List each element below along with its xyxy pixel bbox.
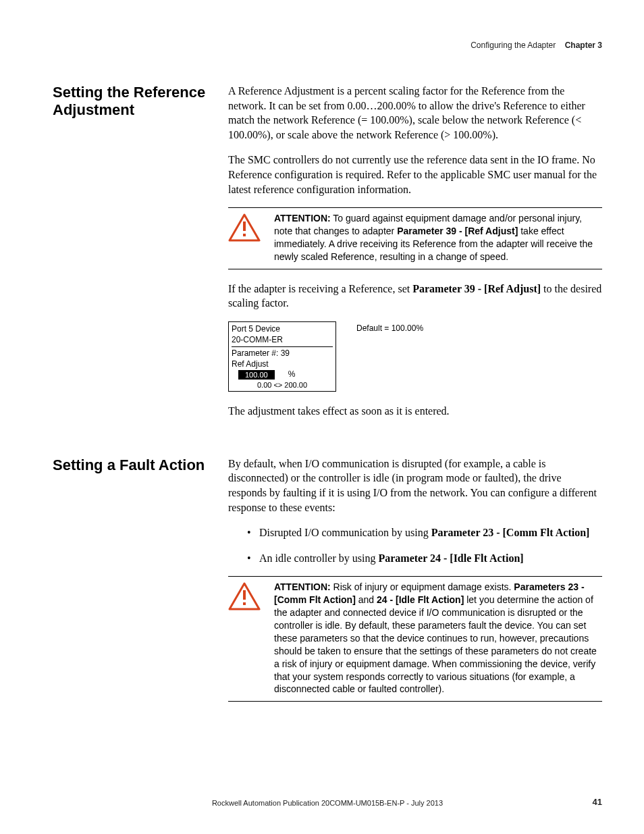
warning-icon bbox=[228, 581, 274, 615]
panel-line: Ref Adjust bbox=[232, 359, 333, 370]
svg-rect-2 bbox=[243, 234, 246, 236]
panel-line: 20-COMM-ER bbox=[232, 335, 333, 348]
list-item: Disrupted I/O communication by using Par… bbox=[247, 525, 602, 540]
warning-icon bbox=[228, 212, 274, 246]
param-ref: Parameter 24 - [Idle Flt Action] bbox=[378, 552, 523, 564]
attention-callout: ATTENTION: Risk of injury or equipment d… bbox=[228, 576, 602, 702]
parameter-panel: Port 5 Device 20-COMM-ER Parameter #: 39… bbox=[228, 321, 336, 392]
publication-info: Rockwell Automation Publication 20COMM-U… bbox=[212, 799, 443, 807]
svg-rect-1 bbox=[243, 221, 246, 231]
svg-rect-5 bbox=[243, 602, 246, 605]
attention-body: and bbox=[356, 594, 377, 605]
default-value-label: Default = 100.00% bbox=[356, 321, 423, 334]
attention-label: ATTENTION: bbox=[274, 581, 331, 592]
page-header: Configuring the Adapter Chapter 3 bbox=[53, 41, 602, 50]
panel-line: Port 5 Device bbox=[232, 324, 333, 335]
body-paragraph: If the adapter is receiving a Reference,… bbox=[228, 282, 602, 311]
page-number: 41 bbox=[593, 797, 602, 807]
body-paragraph: The adjustment takes effect as soon as i… bbox=[228, 404, 602, 419]
panel-unit: % bbox=[288, 369, 296, 380]
attention-body: Risk of injury or equipment damage exist… bbox=[331, 581, 514, 592]
attention-text: ATTENTION: To guard against equipment da… bbox=[274, 212, 602, 263]
section-heading-fault-action: Setting a Fault Action bbox=[53, 457, 228, 474]
header-section: Configuring the Adapter bbox=[471, 41, 556, 50]
param-ref: Parameter 23 - [Comm Flt Action] bbox=[431, 527, 590, 538]
page-footer: Rockwell Automation Publication 20COMM-U… bbox=[53, 799, 602, 807]
svg-rect-4 bbox=[243, 590, 246, 600]
section-heading-reference-adjustment: Setting the Reference Adjustment bbox=[53, 84, 228, 120]
attention-param: 24 - [Idle Flt Action] bbox=[377, 594, 464, 605]
header-chapter: Chapter 3 bbox=[565, 41, 602, 50]
list-item: An idle controller by using Parameter 24… bbox=[247, 551, 602, 566]
body-paragraph: By default, when I/O communication is di… bbox=[228, 457, 602, 515]
attention-param: Parameter 39 - [Ref Adjust] bbox=[397, 226, 518, 236]
body-paragraph: The SMC controllers do not currently use… bbox=[228, 153, 602, 197]
panel-range: 0.00 <> 200.00 bbox=[232, 380, 333, 390]
attention-label: ATTENTION: bbox=[274, 213, 331, 224]
text-run: An idle controller by using bbox=[259, 552, 378, 564]
panel-line: Parameter #: 39 bbox=[232, 348, 333, 359]
panel-value: 100.00 bbox=[238, 370, 275, 380]
attention-text: ATTENTION: Risk of injury or equipment d… bbox=[274, 581, 602, 696]
attention-body: let you determine the action of the adap… bbox=[274, 594, 597, 694]
attention-callout: ATTENTION: To guard against equipment da… bbox=[228, 207, 602, 269]
param-ref: Parameter 39 - [Ref Adjust] bbox=[412, 283, 541, 294]
text-run: If the adapter is receiving a Reference,… bbox=[228, 283, 412, 294]
text-run: Disrupted I/O communication by using bbox=[259, 527, 431, 538]
body-paragraph: A Reference Adjustment is a percent scal… bbox=[228, 84, 602, 142]
